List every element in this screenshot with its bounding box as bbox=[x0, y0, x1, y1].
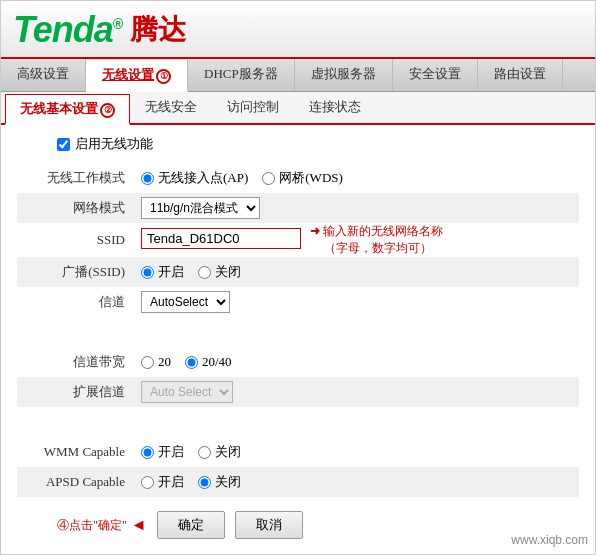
radio-ap-label[interactable]: 无线接入点(AP) bbox=[141, 169, 248, 187]
radio-bandwidth: 20 20/40 bbox=[141, 354, 579, 370]
label-ssid: SSID bbox=[17, 223, 137, 257]
form-table: 无线工作模式 无线接入点(AP) 网桥(WDS) 网络模式 bbox=[17, 163, 579, 497]
ssid-annotation: ➜ 输入新的无线网络名称 （字母，数字均可） bbox=[310, 223, 443, 257]
label-bandwidth: 信道带宽 bbox=[17, 347, 137, 377]
radio-apsd: 开启 关闭 bbox=[141, 473, 579, 491]
sub-nav: 无线基本设置② 无线安全 访问控制 连接状态 bbox=[1, 92, 595, 125]
nav-item-dhcp[interactable]: DHCP服务器 bbox=[188, 59, 295, 91]
radio-broadcast: 开启 关闭 bbox=[141, 263, 579, 281]
radio-wmm-off[interactable] bbox=[198, 446, 211, 459]
value-bandwidth: 20 20/40 bbox=[137, 347, 579, 377]
row-network-mode: 网络模式 11b/g/n混合模式 11b模式 11g模式 11n模式 bbox=[17, 193, 579, 223]
spacer-row-2 bbox=[17, 407, 579, 437]
radio-20[interactable] bbox=[141, 356, 154, 369]
ssid-hint-line2: （字母，数字均可） bbox=[324, 241, 432, 255]
radio-apsd-off-label[interactable]: 关闭 bbox=[198, 473, 241, 491]
nav-circle-1: ① bbox=[156, 69, 171, 84]
radio-ap-text: 无线接入点(AP) bbox=[158, 169, 248, 187]
radio-wmm-off-label[interactable]: 关闭 bbox=[198, 443, 241, 461]
label-wmm: WMM Capable bbox=[17, 437, 137, 467]
value-broadcast: 开启 关闭 bbox=[137, 257, 579, 287]
row-bandwidth: 信道带宽 20 20/40 bbox=[17, 347, 579, 377]
radio-broadcast-on-text: 开启 bbox=[158, 263, 184, 281]
enable-wifi-checkbox[interactable] bbox=[57, 138, 70, 151]
value-apsd: 开启 关闭 bbox=[137, 467, 579, 497]
registered-mark: ® bbox=[113, 16, 122, 32]
spacer-row bbox=[17, 317, 579, 347]
label-work-mode: 无线工作模式 bbox=[17, 163, 137, 193]
radio-work-mode: 无线接入点(AP) 网桥(WDS) bbox=[141, 169, 579, 187]
nav-item-virtual[interactable]: 虚拟服务器 bbox=[295, 59, 393, 91]
label-broadcast: 广播(SSID) bbox=[17, 257, 137, 287]
radio-2040[interactable] bbox=[185, 356, 198, 369]
radio-apsd-on-text: 开启 bbox=[158, 473, 184, 491]
nav-item-advanced[interactable]: 高级设置 bbox=[1, 59, 86, 91]
value-wmm: 开启 关闭 bbox=[137, 437, 579, 467]
select-channel[interactable]: AutoSelect 123 456 789 101112 13 bbox=[141, 291, 230, 313]
sub-circle-2: ② bbox=[100, 103, 115, 118]
cancel-button[interactable]: 取消 bbox=[235, 511, 303, 539]
value-channel: AutoSelect 123 456 789 101112 13 bbox=[137, 287, 579, 317]
radio-wmm-off-text: 关闭 bbox=[215, 443, 241, 461]
confirm-annotation-text: ④点击"确定" bbox=[57, 517, 127, 534]
sub-nav-security[interactable]: 无线安全 bbox=[130, 92, 212, 123]
ssid-hint-line1: 输入新的无线网络名称 bbox=[323, 224, 443, 238]
row-ssid: SSID ➜ 输入新的无线网络名称 （字母，数字均可） bbox=[17, 223, 579, 257]
sub-nav-access[interactable]: 访问控制 bbox=[212, 92, 294, 123]
nav-item-route[interactable]: 路由设置 bbox=[478, 59, 563, 91]
label-ext-channel: 扩展信道 bbox=[17, 377, 137, 407]
select-ext-channel[interactable]: Auto Select bbox=[141, 381, 233, 403]
radio-20-label[interactable]: 20 bbox=[141, 354, 171, 370]
radio-wds-text: 网桥(WDS) bbox=[279, 169, 343, 187]
radio-20-text: 20 bbox=[158, 354, 171, 370]
radio-broadcast-off-label[interactable]: 关闭 bbox=[198, 263, 241, 281]
radio-wds-label[interactable]: 网桥(WDS) bbox=[262, 169, 343, 187]
radio-wmm: 开启 关闭 bbox=[141, 443, 579, 461]
row-channel: 信道 AutoSelect 123 456 789 101112 13 bbox=[17, 287, 579, 317]
logo-cn: 腾达 bbox=[130, 11, 186, 49]
logo-en: Tenda® bbox=[13, 9, 122, 51]
value-work-mode: 无线接入点(AP) 网桥(WDS) bbox=[137, 163, 579, 193]
radio-wmm-on[interactable] bbox=[141, 446, 154, 459]
top-nav: 高级设置 无线设置① DHCP服务器 虚拟服务器 安全设置 路由设置 bbox=[1, 59, 595, 92]
radio-wds[interactable] bbox=[262, 172, 275, 185]
select-network-mode[interactable]: 11b/g/n混合模式 11b模式 11g模式 11n模式 bbox=[141, 197, 260, 219]
radio-broadcast-off[interactable] bbox=[198, 266, 211, 279]
radio-apsd-off-text: 关闭 bbox=[215, 473, 241, 491]
radio-apsd-on-label[interactable]: 开启 bbox=[141, 473, 184, 491]
value-ext-channel: Auto Select bbox=[137, 377, 579, 407]
confirm-button[interactable]: 确定 bbox=[157, 511, 225, 539]
nav-item-wireless[interactable]: 无线设置① bbox=[86, 60, 188, 92]
row-apsd: APSD Capable 开启 关闭 bbox=[17, 467, 579, 497]
value-network-mode: 11b/g/n混合模式 11b模式 11g模式 11n模式 bbox=[137, 193, 579, 223]
content: 启用无线功能 无线工作模式 无线接入点(AP) 网桥(WDS) bbox=[1, 125, 595, 549]
btn-row: ④点击"确定" ◄ 确定 取消 bbox=[17, 511, 579, 539]
row-ext-channel: 扩展信道 Auto Select bbox=[17, 377, 579, 407]
radio-broadcast-on-label[interactable]: 开启 bbox=[141, 263, 184, 281]
label-apsd: APSD Capable bbox=[17, 467, 137, 497]
sub-nav-basic[interactable]: 无线基本设置② bbox=[5, 94, 130, 125]
radio-wmm-on-text: 开启 bbox=[158, 443, 184, 461]
value-ssid: ➜ 输入新的无线网络名称 （字母，数字均可） bbox=[137, 223, 579, 257]
radio-2040-text: 20/40 bbox=[202, 354, 232, 370]
row-work-mode: 无线工作模式 无线接入点(AP) 网桥(WDS) bbox=[17, 163, 579, 193]
radio-apsd-on[interactable] bbox=[141, 476, 154, 489]
header: Tenda® 腾达 bbox=[1, 1, 595, 59]
arrow-icon: ➜ bbox=[310, 224, 320, 238]
label-channel: 信道 bbox=[17, 287, 137, 317]
enable-row: 启用无线功能 bbox=[17, 135, 579, 153]
radio-apsd-off[interactable] bbox=[198, 476, 211, 489]
ssid-input[interactable] bbox=[141, 228, 301, 249]
btn-annotation: ④点击"确定" ◄ bbox=[57, 516, 147, 534]
radio-broadcast-on[interactable] bbox=[141, 266, 154, 279]
nav-item-security[interactable]: 安全设置 bbox=[393, 59, 478, 91]
sub-nav-status[interactable]: 连接状态 bbox=[294, 92, 376, 123]
enable-wifi-label[interactable]: 启用无线功能 bbox=[75, 135, 153, 153]
confirm-arrow-icon: ◄ bbox=[131, 516, 147, 534]
row-broadcast: 广播(SSID) 开启 关闭 bbox=[17, 257, 579, 287]
radio-wmm-on-label[interactable]: 开启 bbox=[141, 443, 184, 461]
radio-ap[interactable] bbox=[141, 172, 154, 185]
radio-broadcast-off-text: 关闭 bbox=[215, 263, 241, 281]
watermark: www.xiqb.com bbox=[511, 533, 588, 547]
radio-2040-label[interactable]: 20/40 bbox=[185, 354, 232, 370]
